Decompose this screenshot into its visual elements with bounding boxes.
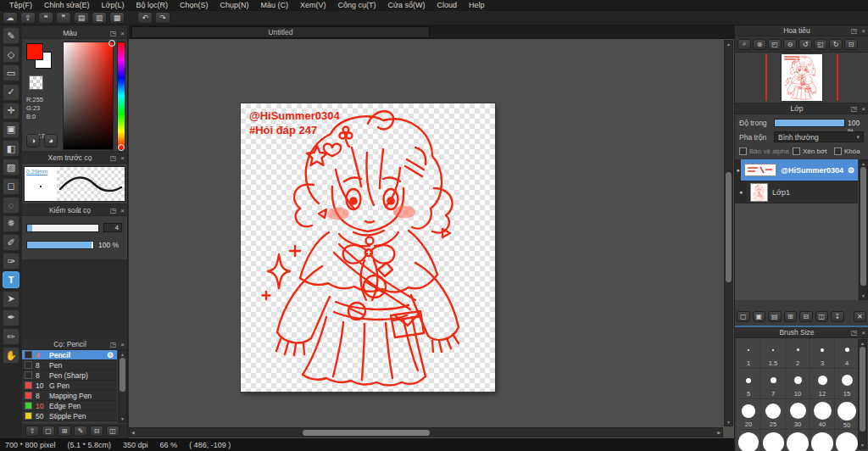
close-icon[interactable]: × (118, 207, 127, 214)
brush-size-value[interactable]: 4 (103, 223, 122, 232)
brush-tool-icon[interactable]: ✎ (3, 27, 19, 44)
add-brush-menu-icon[interactable]: ⊞ (58, 426, 71, 437)
cloud-brush-icon[interactable]: ⇧ (25, 426, 39, 437)
popout-icon[interactable]: ◳ (108, 341, 118, 348)
new-1bit-layer-icon[interactable]: ▤ (768, 311, 782, 322)
brush-row-pen-sharp[interactable]: 8 Pen (Sharp) (22, 370, 117, 381)
cloud-icon[interactable]: ☁ (3, 12, 18, 24)
brush-folder-icon[interactable]: ⊟ (90, 426, 103, 437)
menu-cloud[interactable]: Cloud (431, 0, 464, 11)
redo-icon[interactable]: ↷ (155, 12, 170, 24)
edit-brush-icon[interactable]: ✎ (74, 426, 87, 437)
layer-visibility-icon[interactable]: ● (735, 159, 741, 181)
move-tool-icon[interactable]: ✛ (3, 103, 19, 120)
blend-mode-dropdown[interactable]: Bình thường▾ (774, 131, 864, 142)
fill-shape-tool-icon[interactable]: ▣ (3, 121, 19, 138)
brush-size-cell[interactable]: 25 (761, 399, 786, 430)
brush-size-cell[interactable]: 2 (786, 338, 810, 369)
select-eraser-tool-icon[interactable]: ✑ (3, 253, 19, 270)
brush-size-cell[interactable]: 1 (737, 338, 761, 369)
zoom-fit-icon[interactable]: ◰ (768, 39, 782, 50)
brush-size-cell[interactable]: 12 (810, 369, 835, 399)
chat-icon[interactable]: ❞ (56, 12, 71, 24)
close-icon[interactable]: × (118, 341, 127, 348)
popout-icon[interactable]: ◳ (108, 30, 118, 37)
gradient-tool-icon[interactable]: ▨ (3, 159, 19, 175)
canvas-horizontal-scrollbar[interactable]: ◀ ▶ (129, 427, 723, 437)
menu-help[interactable]: Help (463, 0, 491, 11)
select-tool-icon[interactable]: ◻ (3, 178, 19, 195)
menu-snap[interactable]: Chụp(N) (214, 0, 255, 11)
close-icon[interactable]: × (859, 27, 868, 35)
menu-select[interactable]: Chọn(S) (174, 0, 214, 11)
transparent-swatch[interactable] (29, 75, 43, 90)
brush-row-g-pen[interactable]: 10 G Pen (22, 381, 117, 391)
brush-size-cell[interactable]: 5 (737, 369, 761, 399)
brush-size-cell[interactable]: 100 (761, 430, 786, 451)
artboard[interactable]: @HiSummer0304#Hỏi đáp 247 (241, 103, 495, 392)
reset-view-icon[interactable]: ◱ (814, 39, 827, 50)
duplicate-brush-icon[interactable]: ◫ (106, 426, 120, 437)
magic-wand-tool-icon[interactable]: ✵ (3, 215, 19, 232)
zoom-out-icon[interactable]: ⊖ (783, 39, 797, 50)
popout-icon[interactable]: ◳ (849, 105, 859, 113)
canvas-vertical-scrollbar[interactable]: ▲ ▼ (724, 40, 733, 426)
comment-icon[interactable]: ❝ (38, 12, 53, 24)
rectangle-tool-icon[interactable]: ▭ (3, 64, 19, 81)
layer-visibility-icon[interactable]: ● (735, 181, 747, 203)
lasso-tool-icon[interactable]: ◌ (3, 197, 19, 214)
brush-size-scrollbar[interactable]: ▲ ▼ (858, 339, 867, 449)
brush-row-pen[interactable]: 8 Pen (22, 360, 117, 370)
operation-tool-icon[interactable]: ➤ (3, 291, 19, 308)
brush-size-cell[interactable]: 20 (737, 399, 761, 430)
brush-size-cell[interactable]: 150 (786, 430, 810, 451)
rotate-ccw-icon[interactable]: ↺ (798, 39, 812, 50)
saturation-value-picker[interactable] (63, 42, 114, 150)
menu-layer[interactable]: Lớp(L) (96, 0, 131, 11)
layer-opacity-slider[interactable] (774, 119, 845, 127)
brush-size-cell[interactable]: 4 (835, 338, 860, 369)
hue-cursor[interactable] (118, 144, 125, 151)
popout-icon[interactable]: ◳ (849, 329, 859, 337)
duplicate-layer-icon[interactable]: ◫ (815, 311, 829, 322)
gear-icon[interactable]: ⚙ (848, 166, 858, 175)
layer-row[interactable]: ● Lớp1 (735, 181, 858, 203)
brush-size-cell[interactable]: 3 (810, 338, 835, 369)
eyedropper-tool-icon[interactable]: ✒ (3, 309, 19, 326)
menu-edit[interactable]: Chỉnh sửa(E) (38, 0, 96, 11)
new-layer-icon[interactable]: ▢ (737, 311, 750, 322)
hand-tool-icon[interactable]: ✋ (3, 347, 19, 364)
lock-canvas-icon[interactable]: ⊡ (844, 39, 858, 50)
new-halftone-layer-icon[interactable]: ▣ (753, 311, 766, 322)
brush-size-cell[interactable]: 300 (835, 430, 860, 451)
material-grid-icon[interactable]: ▦ (109, 12, 125, 24)
add-brush-icon[interactable]: ▢ (42, 426, 55, 437)
lock-checkbox[interactable]: Khóa (834, 148, 860, 155)
close-icon[interactable]: × (118, 154, 127, 162)
gear-icon[interactable]: ⚙ (107, 351, 117, 359)
clipping-checkbox[interactable]: Xén bớt (793, 148, 826, 155)
popout-icon[interactable]: ◳ (849, 27, 859, 35)
palette-add-icon[interactable]: ◕ (44, 134, 58, 148)
panel-layout-icon[interactable]: ▥ (92, 12, 107, 24)
foreground-color-swatch[interactable] (26, 43, 43, 60)
menu-view[interactable]: Xem(V) (294, 0, 332, 11)
snap-tool-icon[interactable]: ✓ (3, 84, 19, 101)
brush-size-cell[interactable]: 200 (810, 430, 835, 451)
brush-size-cell[interactable]: 40 (810, 399, 835, 430)
menu-window[interactable]: Cửa sổ(W) (382, 0, 431, 11)
brush-size-cell[interactable]: 50 (835, 399, 860, 430)
palette-icon[interactable]: ◑ (26, 134, 40, 148)
brush-size-cell[interactable]: 15 (835, 369, 860, 399)
brush-size-cell[interactable]: 7 (761, 369, 786, 399)
zoom-actual-icon[interactable]: ⌕ (737, 39, 751, 50)
brush-size-slider[interactable] (26, 224, 99, 232)
delete-layer-icon[interactable]: ✕ (854, 311, 867, 322)
add-layer-menu-icon[interactable]: ⊞ (784, 311, 798, 322)
sv-cursor[interactable] (108, 40, 115, 47)
pen-tool-icon[interactable]: ✏ (3, 328, 19, 345)
zoom-in-icon[interactable]: ⊕ (753, 39, 766, 50)
canvas-tab[interactable]: Untitled (131, 26, 430, 38)
menu-filter[interactable]: Bộ lọc(R) (130, 0, 174, 11)
brush-row-mapping-pen[interactable]: 8 Mapping Pen (22, 391, 117, 401)
